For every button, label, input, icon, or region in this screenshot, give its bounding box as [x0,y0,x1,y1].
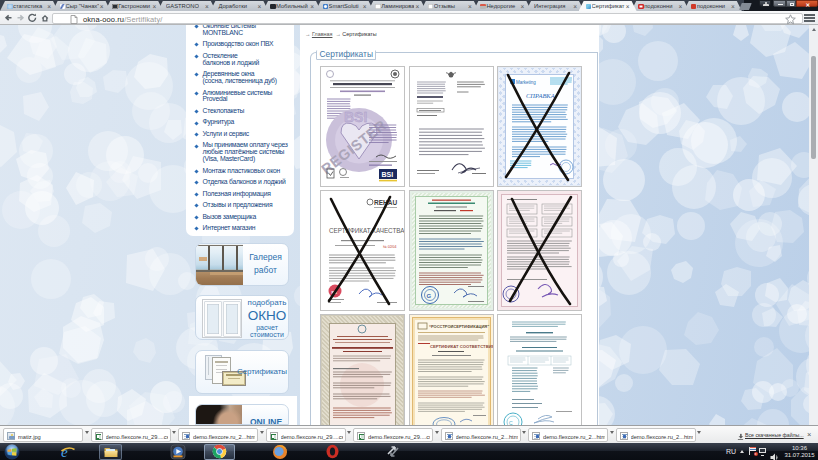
svg-text:BSI: BSI [382,171,394,178]
svg-text:Marketing: Marketing [516,80,536,85]
svg-text:СПРАВКА: СПРАВКА [526,92,555,99]
svg-text:“РОССТРОЙСЕРТИФИКАЦИЯ”: “РОССТРОЙСЕРТИФИКАЦИЯ” [429,324,489,329]
svg-text:СЕРТИФИКАТ СООТВЕТСТВИЯ: СЕРТИФИКАТ СООТВЕТСТВИЯ [430,344,493,349]
svg-text:G: G [426,293,431,299]
svg-text:e: e [61,444,68,460]
svg-text:СЕРТИФИКАТ КАЧЕСТВА: СЕРТИФИКАТ КАЧЕСТВА [329,227,404,234]
svg-text:№ 02/04: № 02/04 [383,245,397,249]
svg-text:BSI: BSI [344,109,367,125]
